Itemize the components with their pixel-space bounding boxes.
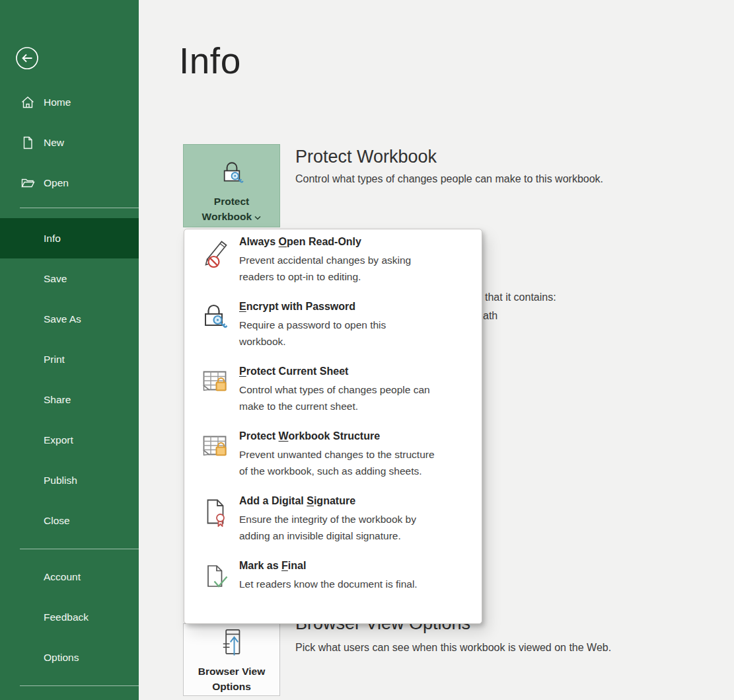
sidebar-item-open[interactable]: Open xyxy=(0,163,139,203)
sidebar-item-label: Options xyxy=(44,652,79,664)
protect-workbook-button[interactable]: Protect Workbook xyxy=(183,144,280,227)
sidebar-item-share[interactable]: Share xyxy=(0,379,139,420)
encrypt-with-password-icon xyxy=(200,302,231,332)
sidebar-item-export[interactable]: Export xyxy=(0,420,139,460)
inspect-text-fragment: ath xyxy=(483,310,497,322)
sidebar-item-options[interactable]: Options xyxy=(0,637,139,678)
back-arrow-circle-icon xyxy=(15,61,39,72)
sidebar-item-label: Feedback xyxy=(44,611,89,623)
sidebar-item-publish[interactable]: Publish xyxy=(0,460,139,500)
sidebar-item-account[interactable]: Account xyxy=(0,557,139,597)
menu-item-description: Prevent accidental changes by asking rea… xyxy=(239,253,411,285)
menu-item-title: Mark as Final xyxy=(239,560,418,572)
sidebar-item-save-as[interactable]: Save As xyxy=(0,299,139,339)
protect-current-sheet-icon xyxy=(200,367,231,397)
sidebar-item-label: New xyxy=(44,137,64,149)
browser-view-icon xyxy=(217,628,246,662)
browser-view-options-description: Pick what users can see when this workbo… xyxy=(295,642,611,654)
menu-item-description: Require a password to open this workbook… xyxy=(239,317,386,350)
menu-item-title: Encrypt with Password xyxy=(239,301,386,313)
menu-item-title: Always Open Read-Only xyxy=(239,236,411,248)
sidebar-item-feedback[interactable]: Feedback xyxy=(0,597,139,637)
menu-item-description: Control what types of changes people can… xyxy=(239,382,430,414)
back-button[interactable] xyxy=(15,46,39,70)
browser-view-options-button[interactable]: Browser View Options xyxy=(183,623,280,696)
menu-item-description: Ensure the integrity of the workbook by … xyxy=(239,512,416,544)
open-folder-icon xyxy=(20,176,35,190)
tile-label-line2: Options xyxy=(212,679,251,694)
menu-item-add-digital-signature[interactable]: Add a Digital Signature Ensure the integ… xyxy=(184,494,482,559)
menu-item-title: Protect Current Sheet xyxy=(239,366,430,377)
sidebar-item-label: Save xyxy=(44,273,67,285)
page-title: Info xyxy=(179,40,241,82)
add-digital-signature-icon xyxy=(200,496,231,527)
sidebar-divider xyxy=(20,208,139,208)
sidebar-item-label: Account xyxy=(44,571,81,583)
sidebar-item-label: Open xyxy=(44,177,69,189)
sidebar-item-new[interactable]: New xyxy=(0,122,139,163)
protect-workbook-heading: Protect Workbook xyxy=(295,147,437,167)
menu-item-always-open-read-only[interactable]: Always Open Read-Only Prevent accidental… xyxy=(184,235,482,300)
protect-workbook-dropdown-menu: Always Open Read-Only Prevent accidental… xyxy=(184,229,482,624)
sidebar-item-label: Print xyxy=(44,354,65,366)
tile-label-line1: Browser View xyxy=(198,664,265,679)
sidebar-item-label: Export xyxy=(44,434,73,446)
menu-item-protect-workbook-structure[interactable]: Protect Workbook Structure Prevent unwan… xyxy=(184,430,482,494)
chevron-down-icon xyxy=(254,211,261,222)
always-open-read-only-icon xyxy=(200,237,231,268)
sidebar-item-label: Save As xyxy=(44,313,81,325)
sidebar-item-label: Share xyxy=(44,394,71,406)
home-icon xyxy=(20,95,35,110)
protect-workbook-description: Control what types of changes people can… xyxy=(295,173,603,185)
inspect-text-fragment: that it contains: xyxy=(485,292,556,303)
lock-key-icon xyxy=(219,158,245,190)
tile-label-line1: Protect xyxy=(214,194,249,209)
sidebar-divider xyxy=(20,549,139,549)
sidebar-item-print[interactable]: Print xyxy=(0,339,139,379)
menu-item-description: Prevent unwanted changes to the structur… xyxy=(239,447,435,479)
menu-item-title: Add a Digital Signature xyxy=(239,495,416,507)
menu-item-mark-as-final[interactable]: Mark as Final Let readers know the docum… xyxy=(184,559,482,624)
sidebar-item-label: Publish xyxy=(44,475,77,486)
menu-item-protect-current-sheet[interactable]: Protect Current Sheet Control what types… xyxy=(184,365,482,430)
protect-workbook-structure-icon xyxy=(200,432,231,462)
sidebar-item-info[interactable]: Info xyxy=(0,218,139,258)
sidebar-item-label: Home xyxy=(44,97,71,108)
sidebar-item-label: Info xyxy=(44,233,61,245)
menu-item-description: Let readers know the document is final. xyxy=(239,576,418,593)
menu-item-encrypt-with-password[interactable]: Encrypt with Password Require a password… xyxy=(184,300,482,365)
sidebar-divider xyxy=(20,685,139,686)
backstage-sidebar: Home New Open Info xyxy=(0,0,139,700)
sidebar-item-label: Close xyxy=(44,515,70,527)
tile-label-line2: Workbook xyxy=(202,209,262,224)
menu-item-title: Protect Workbook Structure xyxy=(239,430,435,442)
mark-as-final-icon xyxy=(200,561,231,592)
sidebar-item-home[interactable]: Home xyxy=(0,82,139,122)
new-document-icon xyxy=(20,136,35,150)
sidebar-item-close[interactable]: Close xyxy=(0,500,139,541)
sidebar-item-save[interactable]: Save xyxy=(0,258,139,299)
